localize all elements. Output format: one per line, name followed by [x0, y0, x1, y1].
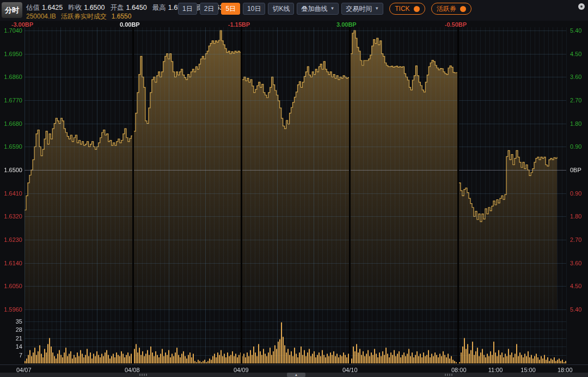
quote-label: 昨收: [68, 4, 82, 11]
quote-label: 估值: [26, 4, 40, 11]
toggle-on-icon: [460, 6, 466, 12]
trading-hours-label: 交易时间: [346, 4, 372, 14]
range-button-10日[interactable]: 10日: [243, 3, 265, 15]
last-trade-price: 1.6550: [112, 13, 132, 20]
active-bond-row: 250004.IB活跃券实时成交1.6550: [26, 12, 136, 21]
price-volume-chart[interactable]: [0, 21, 588, 373]
intraday-chart-panel: 1.70405.401.69504.501.68603.601.67702.70…: [0, 21, 588, 373]
instrument-code: 250004.IB: [26, 13, 56, 20]
collapse-panel-handle[interactable]: ▲: [287, 373, 305, 377]
splitter-grip-right[interactable]: [445, 374, 452, 376]
trading-hours-dropdown[interactable]: 交易时间 ▼: [341, 3, 383, 15]
tab-intraday[interactable]: 分时: [2, 2, 22, 18]
toggle-on-icon: [414, 6, 420, 12]
quote-label: 开盘: [110, 4, 124, 11]
quote-value: 1.6425: [42, 4, 63, 11]
quote-value: 1.6450: [126, 4, 146, 11]
active-bond-label: 活跃券实时成交: [61, 13, 107, 20]
range-button-2日[interactable]: 2日: [200, 3, 219, 15]
overlay-curve-label: 叠加曲线: [301, 4, 327, 14]
splitter-bar: ▲: [0, 373, 588, 377]
tick-toggle-label: TICK: [395, 5, 409, 13]
chevron-down-icon: ▼: [330, 7, 334, 11]
quote-label: 最高: [152, 4, 166, 11]
active-bond-toggle-label: 活跃券: [437, 4, 456, 14]
switch-kline-button[interactable]: 切K线: [268, 3, 294, 15]
toolbar-buttons: 1日2日5日10日 切K线 叠加曲线 ▼ 交易时间 ▼ TICK 活跃券: [178, 3, 471, 15]
chevron-down-icon: ▼: [375, 7, 379, 11]
chart-toolbar: 分时 估值1.6425昨收1.6500开盘1.6450最高1.6575最低1.6…: [0, 0, 588, 21]
panel-info-icon[interactable]: [578, 3, 585, 10]
splitter-grip-left[interactable]: [139, 374, 147, 376]
trading-terminal-window: 分时 估值1.6425昨收1.6500开盘1.6450最高1.6575最低1.6…: [0, 0, 588, 377]
tick-toggle[interactable]: TICK: [389, 3, 425, 15]
overlay-curve-dropdown[interactable]: 叠加曲线 ▼: [297, 3, 339, 15]
quote-value: 1.6500: [84, 4, 105, 11]
range-button-5日[interactable]: 5日: [221, 3, 240, 15]
range-button-1日[interactable]: 1日: [178, 3, 197, 15]
active-bond-toggle[interactable]: 活跃券: [431, 3, 471, 15]
